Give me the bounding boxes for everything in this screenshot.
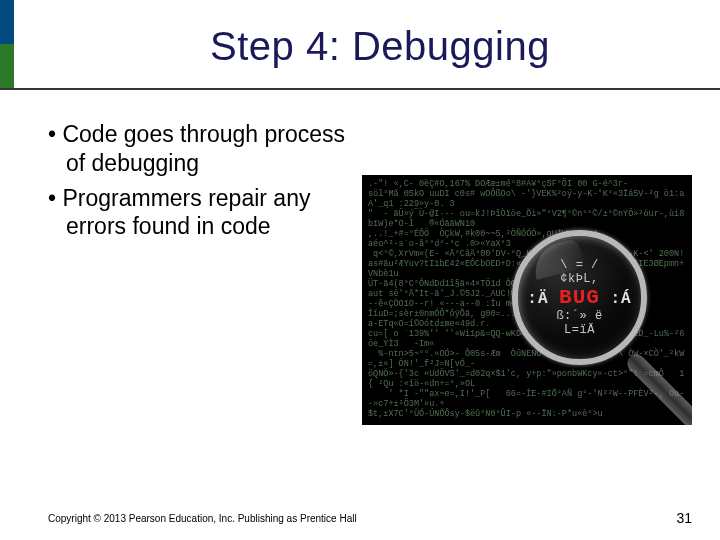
bullet-list: Code goes through process of debugging P… (48, 120, 358, 241)
lens-bug-pre: :Ä (527, 290, 559, 308)
bullet-item: Programmers repair any errors found in c… (48, 184, 358, 242)
debug-image: .-"! «,C- 0èÇ#O,167% DOÆæ±mé°8#A¥°çSF°ÖI… (362, 175, 692, 425)
lens-text: ß:´» ë (556, 309, 602, 323)
lens-text: ¢kÞL, (560, 272, 599, 286)
title-divider (0, 88, 720, 90)
copyright-text: Copyright © 2013 Pearson Education, Inc.… (48, 513, 357, 524)
body-text: Code goes through process of debugging P… (48, 120, 358, 247)
accent-stripe-top (0, 0, 14, 44)
lens-bug-text: :Ä BUG :Á (527, 286, 631, 309)
magnifier-icon: \ = / ¢kÞL, :Ä BUG :Á ß:´» ë L=ïÄ (512, 230, 647, 365)
lens-text: \ = / (560, 258, 599, 272)
magnifier-lens: \ = / ¢kÞL, :Ä BUG :Á ß:´» ë L=ïÄ (512, 230, 647, 365)
lens-text: L=ïÄ (564, 323, 595, 337)
bullet-item: Code goes through process of debugging (48, 120, 358, 178)
page-number: 31 (676, 510, 692, 526)
slide: Step 4: Debugging Code goes through proc… (0, 0, 720, 540)
lens-bug-word: BUG (559, 286, 600, 309)
accent-stripe-bottom (0, 44, 14, 88)
slide-title: Step 4: Debugging (160, 24, 600, 69)
accent-stripe (0, 0, 14, 88)
lens-bug-post: :Á (600, 290, 632, 308)
